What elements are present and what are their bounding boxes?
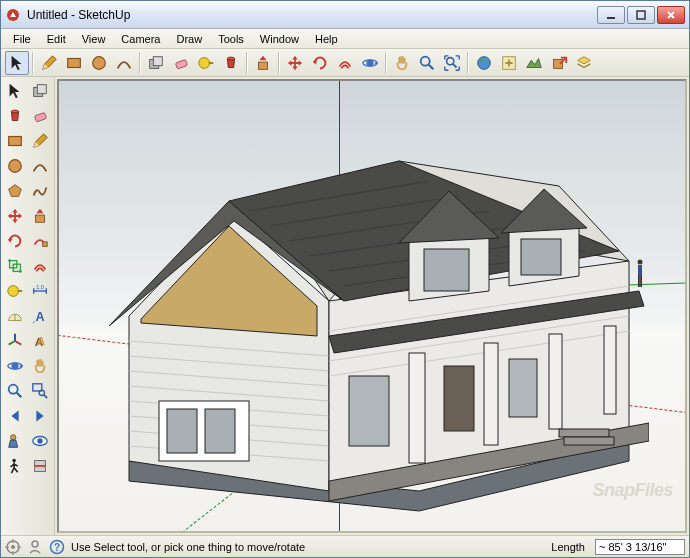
tape-measure-tool[interactable]	[194, 51, 218, 75]
menu-view[interactable]: View	[74, 31, 114, 47]
svg-text:A: A	[35, 310, 44, 324]
model-house[interactable]	[89, 141, 649, 531]
select-icon	[6, 82, 24, 100]
svg-rect-70	[167, 409, 197, 453]
get-models-tool[interactable]	[472, 51, 496, 75]
line-tool[interactable]	[28, 129, 52, 153]
offset-tool[interactable]	[333, 51, 357, 75]
layers-tool[interactable]	[572, 51, 596, 75]
arc-tool[interactable]	[112, 51, 136, 75]
toggle-terrain-tool[interactable]	[522, 51, 546, 75]
add-location-tool[interactable]	[497, 51, 521, 75]
position-camera-tool[interactable]	[3, 429, 27, 453]
svg-rect-104	[638, 265, 642, 275]
menu-tools[interactable]: Tools	[210, 31, 252, 47]
walk-tool[interactable]	[3, 454, 27, 478]
svg-line-15	[429, 64, 434, 69]
select-tool[interactable]	[3, 79, 27, 103]
maximize-button[interactable]	[627, 6, 655, 24]
make-component-tool[interactable]	[144, 51, 168, 75]
previous-tool[interactable]	[3, 404, 27, 428]
viewport-3d[interactable]: SnapFiles	[57, 79, 687, 533]
paint-bucket-tool[interactable]	[3, 104, 27, 128]
next-tool[interactable]	[28, 404, 52, 428]
length-input[interactable]	[595, 539, 685, 555]
eraser-tool[interactable]	[28, 104, 52, 128]
svg-point-54	[37, 438, 42, 443]
toolbar-top	[1, 49, 689, 77]
protractor-tool[interactable]	[3, 304, 27, 328]
tape-measure-tool[interactable]	[3, 279, 27, 303]
menu-window[interactable]: Window	[252, 31, 307, 47]
svg-line-39	[33, 321, 35, 323]
push-pull-tool[interactable]	[251, 51, 275, 75]
rectangle-tool[interactable]	[62, 51, 86, 75]
move-tool[interactable]	[283, 51, 307, 75]
svg-line-42	[9, 341, 15, 345]
previous-icon	[6, 407, 24, 425]
circle-tool[interactable]	[3, 154, 27, 178]
section-plane-tool[interactable]	[28, 454, 52, 478]
follow-me-icon	[31, 232, 49, 250]
svg-point-47	[9, 385, 18, 394]
zoom-window-tool[interactable]	[28, 379, 52, 403]
menu-help[interactable]: Help	[307, 31, 346, 47]
pan-tool[interactable]	[390, 51, 414, 75]
svg-rect-91	[521, 239, 561, 275]
follow-me-tool[interactable]	[28, 229, 52, 253]
arc-tool[interactable]	[28, 154, 52, 178]
rectangle-tool[interactable]	[3, 129, 27, 153]
push-pull-tool[interactable]	[28, 204, 52, 228]
zoom-window-icon	[31, 382, 49, 400]
circle-tool[interactable]	[87, 51, 111, 75]
svg-rect-1	[607, 17, 615, 19]
dimension-icon: 1.0	[31, 282, 49, 300]
geolocation-icon[interactable]	[5, 539, 21, 555]
orbit-tool[interactable]	[358, 51, 382, 75]
polygon-tool[interactable]	[3, 179, 27, 203]
freehand-tool[interactable]	[28, 179, 52, 203]
select-tool[interactable]	[5, 51, 29, 75]
toolbar-separator	[385, 52, 387, 74]
rotate-tool[interactable]	[308, 51, 332, 75]
svg-rect-88	[424, 249, 469, 291]
close-button[interactable]	[657, 6, 685, 24]
make-component-tool[interactable]	[28, 79, 52, 103]
circle-icon	[90, 54, 108, 72]
rotate-icon	[311, 54, 329, 72]
toolbar-separator	[278, 52, 280, 74]
help-icon[interactable]: ?	[49, 539, 65, 555]
menu-edit[interactable]: Edit	[39, 31, 74, 47]
zoom-tool[interactable]	[415, 51, 439, 75]
orbit-tool[interactable]	[3, 354, 27, 378]
menu-file[interactable]: File	[5, 31, 39, 47]
scale-figure[interactable]	[635, 259, 645, 289]
look-around-tool[interactable]	[28, 429, 52, 453]
zoom-tool[interactable]	[3, 379, 27, 403]
make-component-icon	[31, 82, 49, 100]
scale-tool[interactable]	[3, 254, 27, 278]
pan-tool[interactable]	[28, 354, 52, 378]
menubar: FileEditViewCameraDrawToolsWindowHelp	[1, 29, 689, 49]
3d-text-tool[interactable]: AA	[28, 329, 52, 353]
toolbar-separator	[32, 52, 34, 74]
dimension-tool[interactable]: 1.0	[28, 279, 52, 303]
menu-camera[interactable]: Camera	[113, 31, 168, 47]
text-tool[interactable]: A	[28, 304, 52, 328]
line-tool[interactable]	[37, 51, 61, 75]
zoom-extents-tool[interactable]	[440, 51, 464, 75]
share-model-tool[interactable]	[547, 51, 571, 75]
svg-point-10	[227, 57, 234, 60]
svg-rect-28	[43, 242, 48, 247]
offset-tool[interactable]	[28, 254, 52, 278]
menu-draw[interactable]: Draw	[168, 31, 210, 47]
eraser-tool[interactable]	[169, 51, 193, 75]
paint-bucket-tool[interactable]	[219, 51, 243, 75]
axes-tool[interactable]	[3, 329, 27, 353]
move-tool[interactable]	[3, 204, 27, 228]
minimize-button[interactable]	[597, 6, 625, 24]
credits-icon[interactable]	[27, 539, 43, 555]
rotate-tool[interactable]	[3, 229, 27, 253]
arc-icon	[31, 157, 49, 175]
rectangle-icon	[6, 132, 24, 150]
